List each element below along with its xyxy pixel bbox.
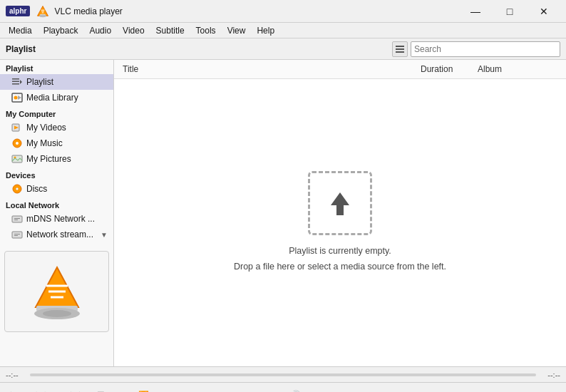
mdns-icon bbox=[11, 213, 23, 225]
menu-media[interactable]: Media bbox=[3, 24, 38, 37]
svg-point-19 bbox=[16, 142, 19, 145]
toggle-playlist-button[interactable]: ☰ bbox=[91, 386, 110, 393]
alphr-badge: alphr bbox=[6, 6, 30, 16]
sidebar-item-mdns[interactable]: mDNS Network ... bbox=[0, 211, 113, 227]
sidebar-item-playlist[interactable]: Playlist bbox=[0, 74, 113, 90]
volume-area: 🔊 100% bbox=[289, 390, 369, 393]
app-title: VLC media player bbox=[54, 6, 459, 16]
svg-rect-24 bbox=[12, 216, 22, 222]
menu-audio[interactable]: Audio bbox=[83, 24, 117, 37]
drop-text-line1: Playlist is currently empty. bbox=[289, 246, 391, 256]
svg-marker-37 bbox=[331, 192, 349, 215]
menu-help[interactable]: Help bbox=[251, 24, 280, 37]
svg-rect-11 bbox=[12, 83, 19, 85]
shuffle-button[interactable]: 🔀 bbox=[134, 386, 153, 393]
loop-button[interactable]: ↻ bbox=[113, 386, 131, 393]
svg-marker-30 bbox=[36, 267, 78, 307]
svg-point-36 bbox=[43, 310, 71, 317]
svg-point-14 bbox=[14, 96, 18, 100]
status-bar: --:-- --:-- bbox=[0, 366, 566, 382]
sidebar-item-media-library-label: Media Library bbox=[26, 93, 78, 103]
sidebar-item-my-videos[interactable]: My Videos bbox=[0, 120, 113, 135]
sidebar-item-network-stream-label: Network stream... bbox=[26, 229, 93, 239]
svg-rect-26 bbox=[14, 220, 18, 220]
sidebar-item-playlist-label: Playlist bbox=[26, 77, 53, 87]
sidebar-item-my-videos-label: My Videos bbox=[26, 123, 66, 133]
svg-point-23 bbox=[16, 188, 19, 190]
stop-button[interactable]: ■ bbox=[48, 386, 67, 393]
status-time-left: --:-- bbox=[6, 371, 19, 379]
toolbar: Playlist bbox=[0, 38, 566, 60]
col-header-title: Title bbox=[120, 63, 418, 76]
search-box[interactable] bbox=[411, 41, 560, 57]
svg-rect-27 bbox=[12, 232, 22, 238]
close-button[interactable]: ✕ bbox=[528, 1, 560, 21]
status-time-right: --:-- bbox=[547, 371, 560, 379]
view-toggle-button[interactable] bbox=[392, 41, 408, 57]
sidebar-item-discs-label: Discs bbox=[26, 184, 47, 194]
playlist-icon bbox=[11, 76, 23, 88]
sidebar-item-media-library[interactable]: Media Library bbox=[0, 90, 113, 105]
sidebar-section-computer: My Computer bbox=[0, 105, 113, 120]
vlc-logo-area bbox=[4, 251, 109, 332]
sidebar-item-discs[interactable]: Discs bbox=[0, 181, 113, 197]
window-controls: — □ ✕ bbox=[459, 1, 560, 21]
sidebar-section-local-network: Local Network bbox=[0, 197, 113, 211]
menu-video[interactable]: Video bbox=[117, 24, 150, 37]
vlc-big-logo bbox=[25, 263, 89, 320]
drop-text-line2: Drop a file here or select a media sourc… bbox=[234, 262, 446, 272]
svg-rect-9 bbox=[12, 78, 19, 80]
minimize-button[interactable]: — bbox=[459, 1, 492, 21]
svg-rect-8 bbox=[396, 51, 404, 53]
vlc-icon bbox=[36, 4, 50, 19]
title-bar: alphr VLC media player — □ ✕ bbox=[0, 0, 566, 23]
content-area: Title Duration Album Playlist is current… bbox=[114, 60, 566, 366]
sidebar-scroll-arrow: ▼ bbox=[101, 231, 108, 239]
next-button[interactable]: ▶▶ bbox=[70, 386, 88, 393]
play-button[interactable]: ▶ bbox=[6, 386, 24, 393]
content-header: Title Duration Album bbox=[114, 60, 566, 79]
menu-bar: Media Playback Audio Video Subtitle Tool… bbox=[0, 23, 566, 38]
sidebar-item-my-music-label: My Music bbox=[26, 138, 63, 148]
svg-rect-6 bbox=[396, 46, 404, 47]
sidebar-section-devices: Devices bbox=[0, 167, 113, 181]
svg-rect-28 bbox=[14, 234, 20, 234]
svg-marker-15 bbox=[18, 96, 21, 100]
drop-text: Playlist is currently empty. Drop a file… bbox=[234, 244, 446, 274]
svg-rect-29 bbox=[14, 235, 18, 236]
discs-icon bbox=[11, 183, 23, 195]
volume-icon: 🔊 bbox=[289, 390, 301, 393]
sidebar-item-mdns-label: mDNS Network ... bbox=[26, 214, 95, 224]
sidebar-item-my-music[interactable]: My Music bbox=[0, 135, 113, 151]
progress-bar[interactable] bbox=[30, 373, 537, 376]
menu-tools[interactable]: Tools bbox=[190, 24, 222, 37]
playback-bar: ▶ ◀◀ ■ ▶▶ ☰ ↻ 🔀 🔊 100% www.deuaq.com bbox=[0, 382, 566, 392]
maximize-button[interactable]: □ bbox=[493, 1, 526, 21]
svg-rect-10 bbox=[12, 81, 19, 83]
sidebar-item-network-stream[interactable]: Network stream... ▼ bbox=[0, 227, 113, 242]
drop-area[interactable]: Playlist is currently empty. Drop a file… bbox=[114, 79, 566, 366]
network-stream-icon bbox=[11, 229, 23, 240]
menu-subtitle[interactable]: Subtitle bbox=[150, 24, 190, 37]
main-layout: Playlist Playlist Media Library My Compu… bbox=[0, 60, 566, 366]
svg-rect-7 bbox=[396, 48, 404, 50]
sidebar: Playlist Playlist Media Library My Compu… bbox=[0, 60, 114, 366]
sidebar-item-my-pictures-label: My Pictures bbox=[26, 154, 71, 164]
my-music-icon bbox=[11, 138, 23, 149]
list-icon bbox=[395, 44, 405, 54]
drop-icon-box bbox=[308, 171, 372, 235]
media-library-icon bbox=[11, 92, 23, 103]
sidebar-item-my-pictures[interactable]: My Pictures bbox=[0, 151, 113, 167]
my-pictures-icon bbox=[11, 153, 23, 165]
menu-playback[interactable]: Playback bbox=[38, 24, 84, 37]
menu-view[interactable]: View bbox=[222, 24, 252, 37]
svg-rect-25 bbox=[14, 218, 20, 219]
col-header-album: Album bbox=[475, 63, 560, 76]
svg-marker-12 bbox=[20, 80, 22, 84]
prev-button[interactable]: ◀◀ bbox=[27, 386, 46, 393]
svg-point-2 bbox=[39, 14, 46, 17]
col-header-duration: Duration bbox=[418, 63, 475, 76]
drop-arrow-icon bbox=[322, 185, 358, 221]
sidebar-section-playlist: Playlist bbox=[0, 60, 113, 74]
search-input[interactable] bbox=[414, 44, 557, 54]
